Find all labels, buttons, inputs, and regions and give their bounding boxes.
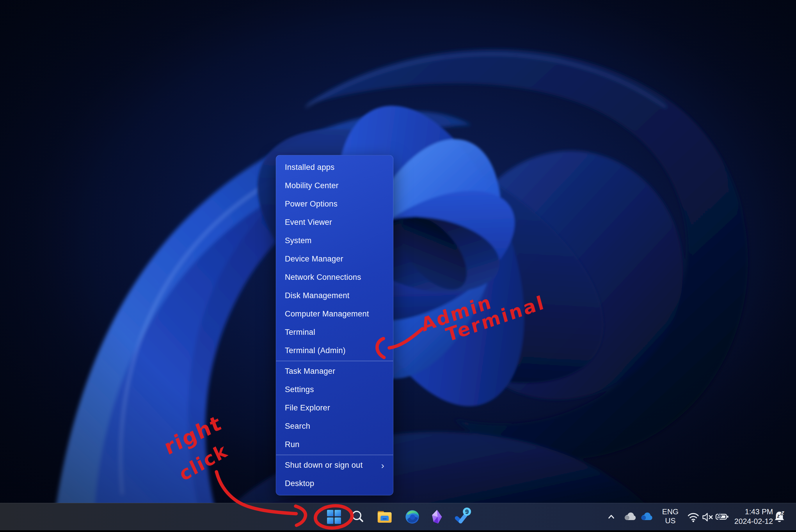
menu-item-file-explorer[interactable]: File Explorer bbox=[276, 399, 393, 417]
menu-item-desktop[interactable]: Desktop bbox=[276, 474, 393, 493]
file-explorer-button[interactable] bbox=[376, 508, 393, 526]
chevron-up-icon bbox=[606, 512, 617, 522]
menu-item-power-options[interactable]: Power Options bbox=[276, 195, 393, 213]
onedrive-gray-cloud[interactable] bbox=[623, 512, 637, 521]
menu-group-tools: Installed apps Mobility Center Power Opt… bbox=[276, 158, 393, 360]
menu-item-label: Settings bbox=[285, 385, 314, 394]
menu-item-label: Terminal bbox=[285, 328, 315, 337]
menu-item-label: Run bbox=[285, 440, 299, 449]
clock-time: 1:43 PM bbox=[729, 507, 773, 517]
dnd-z-large: z bbox=[781, 510, 784, 516]
windows-logo-icon bbox=[326, 509, 342, 525]
obsidian-button[interactable] bbox=[428, 508, 446, 526]
clock-date: 2024-02-12 bbox=[729, 517, 773, 526]
menu-group-shell: Task Manager Settings File Explorer Sear… bbox=[276, 362, 393, 454]
language-indicator[interactable]: ENG US bbox=[658, 507, 683, 525]
edge-browser-icon bbox=[405, 509, 420, 525]
winx-context-menu: Installed apps Mobility Center Power Opt… bbox=[276, 155, 393, 495]
menu-item-task-manager[interactable]: Task Manager bbox=[276, 362, 393, 380]
cloud-blue-icon bbox=[640, 512, 653, 521]
chevron-right-icon: › bbox=[381, 461, 384, 470]
dnd-z-small: z bbox=[777, 513, 780, 519]
battery-button[interactable] bbox=[715, 512, 729, 521]
menu-item-label: Network Connections bbox=[285, 273, 361, 282]
menu-item-label: Terminal (Admin) bbox=[285, 346, 346, 355]
menu-item-label: System bbox=[285, 236, 311, 245]
clock[interactable]: 1:43 PM 2024-02-12 bbox=[729, 507, 773, 526]
menu-item-label: Desktop bbox=[285, 479, 314, 488]
battery-charging-icon bbox=[715, 512, 729, 521]
wallpaper-bloom bbox=[0, 0, 796, 532]
menu-item-label: Computer Management bbox=[285, 309, 369, 319]
search-button[interactable] bbox=[349, 508, 366, 526]
menu-group-session: Shut down or sign out › Desktop bbox=[276, 456, 393, 493]
checkmark-badge-icon: 9 bbox=[453, 507, 472, 526]
menu-item-device-manager[interactable]: Device Manager bbox=[276, 250, 393, 268]
menu-item-label: Installed apps bbox=[285, 163, 335, 172]
menu-item-label: Task Manager bbox=[285, 367, 335, 376]
badge-count: 9 bbox=[465, 508, 469, 515]
menu-item-system[interactable]: System bbox=[276, 231, 393, 250]
menu-item-disk-management[interactable]: Disk Management bbox=[276, 286, 393, 305]
menu-item-installed-apps[interactable]: Installed apps bbox=[276, 158, 393, 176]
menu-item-label: Shut down or sign out bbox=[285, 461, 362, 470]
language-line2: US bbox=[658, 516, 683, 525]
tasks-app-button[interactable]: 9 bbox=[453, 507, 472, 526]
menu-item-label: File Explorer bbox=[285, 403, 330, 413]
menu-item-shut-down-or-sign-out[interactable]: Shut down or sign out › bbox=[276, 456, 393, 474]
search-icon bbox=[350, 509, 366, 525]
cloud-gray-icon bbox=[623, 512, 637, 521]
wifi-button[interactable] bbox=[687, 512, 700, 523]
folder-icon bbox=[377, 510, 393, 524]
bell-dnd-icon: z z bbox=[773, 510, 787, 524]
menu-item-label: Disk Management bbox=[285, 291, 349, 300]
desktop-screen: Installed apps Mobility Center Power Opt… bbox=[0, 0, 796, 532]
menu-item-label: Device Manager bbox=[285, 254, 343, 264]
screen-bottom-edge bbox=[0, 530, 796, 532]
taskbar: 9 bbox=[0, 503, 796, 530]
menu-item-terminal-admin[interactable]: Terminal (Admin) bbox=[276, 341, 393, 360]
purple-crystal-icon bbox=[430, 509, 444, 525]
language-line1: ENG bbox=[658, 507, 683, 516]
menu-item-network-connections[interactable]: Network Connections bbox=[276, 268, 393, 286]
volume-muted-button[interactable] bbox=[701, 512, 714, 523]
start-button[interactable] bbox=[325, 508, 343, 526]
speaker-muted-icon bbox=[701, 512, 714, 523]
menu-item-settings[interactable]: Settings bbox=[276, 380, 393, 399]
menu-item-search[interactable]: Search bbox=[276, 417, 393, 435]
menu-item-event-viewer[interactable]: Event Viewer bbox=[276, 213, 393, 231]
menu-separator bbox=[276, 361, 393, 361]
menu-item-mobility-center[interactable]: Mobility Center bbox=[276, 176, 393, 195]
edge-button[interactable] bbox=[403, 508, 421, 526]
menu-item-label: Mobility Center bbox=[285, 181, 339, 190]
onedrive-blue-cloud[interactable] bbox=[640, 512, 653, 521]
menu-item-run[interactable]: Run bbox=[276, 435, 393, 454]
menu-item-label: Search bbox=[285, 422, 310, 431]
menu-item-label: Event Viewer bbox=[285, 218, 332, 227]
menu-separator bbox=[276, 455, 393, 455]
menu-item-terminal[interactable]: Terminal bbox=[276, 323, 393, 341]
notifications-dnd-button[interactable]: z z bbox=[773, 510, 787, 524]
menu-item-computer-management[interactable]: Computer Management bbox=[276, 305, 393, 323]
menu-item-label: Power Options bbox=[285, 200, 338, 209]
tray-chevron-up[interactable] bbox=[605, 511, 617, 523]
wifi-icon bbox=[687, 512, 700, 523]
